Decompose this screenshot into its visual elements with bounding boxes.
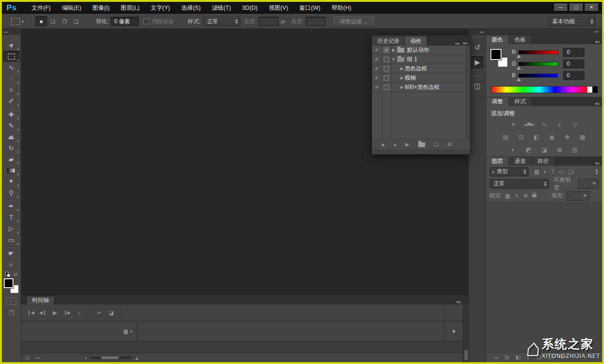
first-frame-button[interactable]: ❙◀ <box>25 310 37 315</box>
tab-swatches[interactable]: 色板 <box>509 35 532 44</box>
gradient-map-icon[interactable]: ▥ <box>570 146 580 153</box>
dock-collapse-button[interactable]: ▸▸ <box>486 29 602 35</box>
swap-width-height-icon[interactable]: ⇄ <box>280 18 285 25</box>
action-row-black-border[interactable]: ✓ ▶ 黑色边框 <box>372 64 470 74</box>
play-button[interactable]: ▶ <box>49 310 61 316</box>
zoom-out-icon[interactable]: ▲ <box>84 356 88 359</box>
fill-dropdown[interactable] <box>566 191 590 201</box>
move-tool[interactable]: ➤ <box>3 40 20 51</box>
red-value-input[interactable]: 0 <box>563 48 584 57</box>
new-action-icon[interactable]: ❏ <box>434 142 439 148</box>
lock-all-icon[interactable] <box>532 194 536 197</box>
action-set-label[interactable]: 组 1 <box>407 55 417 63</box>
black-swatch[interactable] <box>592 87 597 93</box>
screen-mode-button[interactable]: ❐ <box>6 309 16 317</box>
layer-style-icon[interactable]: fx <box>505 354 509 361</box>
green-slider[interactable] <box>518 62 558 66</box>
action-row-default-actions[interactable]: ✓ ▶ 默认动作 <box>372 46 470 55</box>
tab-timeline[interactable]: 时间轴 <box>27 296 54 304</box>
adjustment-layer-filter-icon[interactable]: ◐ <box>543 169 547 175</box>
layer-mask-icon[interactable]: ◧ <box>516 354 520 360</box>
expand-icon[interactable]: ▶ <box>399 76 405 80</box>
intersect-selection-button[interactable]: ❑ <box>70 16 82 27</box>
delete-icon[interactable]: ♻ <box>448 142 452 148</box>
blue-value-input[interactable]: 0 <box>563 71 584 80</box>
pen-tool[interactable]: ✒ <box>3 201 20 212</box>
tab-color[interactable]: 颜色 <box>486 35 509 44</box>
actions-scrollbar[interactable] <box>466 46 470 139</box>
tab-history[interactable]: 历史记录 <box>372 36 405 46</box>
modal-control-icon[interactable] <box>384 47 389 53</box>
link-layers-icon[interactable]: ∞ <box>495 355 498 360</box>
color-lookup-icon[interactable]: ▦ <box>578 134 587 141</box>
export-icon[interactable]: ↪ <box>35 355 40 361</box>
foreground-color-swatch[interactable] <box>490 49 502 60</box>
add-to-selection-button[interactable]: ❏ <box>47 16 59 27</box>
channel-mixer-icon[interactable]: ❖ <box>563 134 572 141</box>
default-colors-icon[interactable] <box>5 272 10 277</box>
quick-mask-button[interactable]: ◌ <box>6 297 16 305</box>
green-slider-thumb[interactable] <box>516 66 521 70</box>
crop-tool[interactable]: ⌗ <box>3 84 20 95</box>
panel-menu-icon[interactable]: ▾≡ <box>595 40 600 44</box>
threshold-icon[interactable]: ◪ <box>540 146 549 153</box>
filter-toggle-switch[interactable] <box>595 168 599 175</box>
shape-layer-filter-icon[interactable]: ▭ <box>559 169 564 175</box>
white-swatch[interactable] <box>587 87 592 93</box>
tab-adjustments[interactable]: 调整 <box>486 97 509 106</box>
refine-edge-button[interactable]: 调整边缘 ... <box>333 16 374 27</box>
photo-filter-icon[interactable]: ◉ <box>547 134 556 141</box>
minimize-button[interactable]: — <box>554 3 568 11</box>
vibrance-icon[interactable]: ▽ <box>570 121 580 128</box>
menu-type[interactable]: 文字(Y) <box>145 2 176 14</box>
record-icon[interactable]: ● <box>394 142 397 148</box>
lock-image-pixels-icon[interactable]: ✎ <box>515 193 519 199</box>
posterize-icon[interactable]: ◩ <box>524 146 534 153</box>
workspace-dropdown[interactable]: 基本功能 <box>548 17 596 26</box>
menu-select[interactable]: 选择(S) <box>176 2 206 14</box>
modal-control-checkbox[interactable] <box>384 85 389 90</box>
tool-preset-icon[interactable] <box>11 18 20 25</box>
layer-filter-kind-dropdown[interactable]: ⌕ 类型 <box>489 167 529 176</box>
levels-icon[interactable]: ▂▅▃ <box>524 121 534 128</box>
red-slider[interactable] <box>518 50 558 54</box>
expand-icon[interactable]: ▶ <box>399 85 405 89</box>
tab-channels[interactable]: 通道 <box>509 157 532 166</box>
options-grip[interactable] <box>4 16 6 27</box>
eyedropper-tool[interactable]: ✐ <box>3 95 20 107</box>
layers-list[interactable] <box>486 202 602 352</box>
green-value-input[interactable]: 0 <box>563 60 584 68</box>
play-icon[interactable]: ▶ <box>405 142 409 148</box>
blend-mode-dropdown[interactable]: 正常 <box>489 179 549 189</box>
transition-button[interactable]: ◪ <box>105 310 117 316</box>
panel-menu-icon[interactable]: ▾≡ <box>595 101 600 106</box>
modal-control-checkbox[interactable] <box>384 75 389 81</box>
menu-window[interactable]: 窗口(W) <box>294 2 326 14</box>
selective-color-icon[interactable]: ⊠ <box>555 146 564 153</box>
menu-file[interactable]: 文件(F) <box>26 2 56 14</box>
tab-layers[interactable]: 图层 <box>486 157 509 166</box>
menu-layer[interactable]: 图层(L) <box>115 2 145 14</box>
zoom-tool[interactable]: ⌕ <box>3 259 20 270</box>
action-row-blur[interactable]: ✓ ▶ 模糊 <box>372 74 470 83</box>
action-row-600-black-border[interactable]: ✓ ▶ 600+黑色边框 <box>372 83 470 92</box>
brightness-contrast-icon[interactable]: ☀ <box>509 121 518 128</box>
swap-colors-icon[interactable]: ⇄ <box>14 272 17 277</box>
clone-stamp-tool[interactable]: ⏏ <box>3 131 20 142</box>
include-check-icon[interactable]: ✓ <box>372 75 381 81</box>
blue-slider-thumb[interactable] <box>516 78 521 81</box>
dodge-tool[interactable]: ⚲ <box>3 187 20 198</box>
frames-view-icon[interactable]: ▯▯ <box>25 356 29 360</box>
panel-collapse-icon[interactable]: ▸▸ <box>455 41 460 46</box>
dock-expand-button[interactable]: ◂◂ <box>469 29 486 35</box>
filmstrip-icon[interactable]: ▦ <box>123 328 128 335</box>
properties-panel-icon[interactable]: ◫ <box>470 80 484 92</box>
height-input[interactable] <box>306 17 326 26</box>
tab-actions[interactable]: 动作 <box>405 36 427 46</box>
lasso-tool[interactable]: ∿ <box>3 62 20 73</box>
action-row-group-1[interactable]: ✓ ▼ 组 1 <box>372 55 470 64</box>
panel-resize-grip[interactable] <box>372 150 470 154</box>
audio-mute-button[interactable]: ♪ <box>73 310 85 316</box>
new-set-icon[interactable] <box>418 142 425 147</box>
width-input[interactable] <box>259 17 278 26</box>
